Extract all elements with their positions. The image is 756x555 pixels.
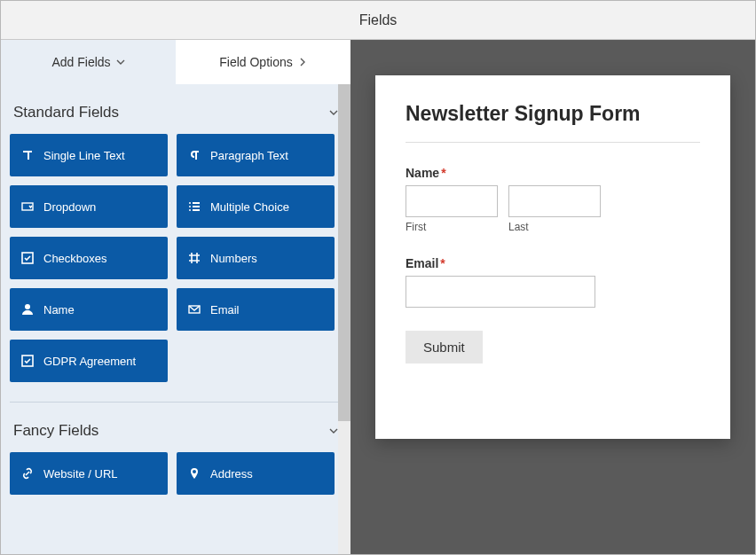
text-icon [20,149,35,161]
field-gdpr-agreement[interactable]: GDPR Agreement [10,340,168,382]
field-label: Paragraph Text [210,149,288,162]
first-name-input[interactable] [406,185,498,217]
field-label: Dropdown [43,200,96,214]
form-heading: Newsletter Signup Form [406,102,700,126]
user-icon [20,303,35,316]
field-label: Address [210,467,253,481]
left-panel: Add Fields Field Options Standard Fields [1,40,350,554]
field-email[interactable]: Email [177,288,335,331]
email-field-group: Email* [406,256,700,308]
pin-icon [187,467,201,480]
hash-icon [187,252,201,264]
submit-button[interactable]: Submit [406,331,483,363]
chevron-down-icon [329,426,338,435]
tab-label: Add Fields [51,55,110,69]
label-text: Email [406,256,438,270]
chevron-down-icon [116,58,125,66]
scrollbar-track[interactable] [338,84,350,554]
field-label: GDPR Agreement [43,355,136,368]
field-numbers[interactable]: Numbers [177,237,335,279]
field-address[interactable]: Address [177,452,335,495]
field-dropdown[interactable]: Dropdown [10,185,168,228]
label-text: Name [406,166,439,180]
field-paragraph-text[interactable]: Paragraph Text [177,134,335,176]
section-title: Standard Fields [13,104,119,121]
field-checkboxes[interactable]: Checkboxes [10,237,168,279]
field-label: Checkboxes [43,252,107,265]
divider [406,142,700,143]
scrollbar-thumb[interactable] [338,84,350,421]
paragraph-icon [187,149,201,161]
svg-rect-2 [193,202,200,204]
name-label: Name* [406,166,700,180]
required-asterisk: * [441,166,445,180]
svg-rect-4 [193,206,200,207]
field-multiple-choice[interactable]: Multiple Choice [177,185,335,228]
section-standard-fields[interactable]: Standard Fields [10,84,342,134]
chevron-down-icon [329,108,338,117]
field-label: Email [210,303,240,317]
tab-add-fields[interactable]: Add Fields [1,40,176,84]
field-label: Website / URL [43,467,118,481]
field-single-line-text[interactable]: Single Line Text [10,134,168,176]
svg-point-1 [189,202,191,204]
preview-area: Newsletter Signup Form Name* First Last [350,40,755,554]
mail-icon [187,303,201,316]
field-label: Numbers [210,252,257,265]
field-name[interactable]: Name [10,288,168,331]
svg-point-3 [189,206,191,207]
svg-point-5 [189,209,191,211]
last-name-input[interactable] [508,185,601,217]
dropdown-icon [20,200,35,213]
field-label: Single Line Text [43,149,125,162]
section-fancy-fields[interactable]: Fancy Fields [10,403,342,452]
svg-point-8 [25,304,30,309]
first-sublabel: First [406,221,498,233]
field-website-url[interactable]: Website / URL [10,452,168,495]
tab-field-options[interactable]: Field Options [176,40,350,84]
field-label: Name [43,303,75,317]
email-input[interactable] [406,276,595,308]
field-label: Multiple Choice [210,200,289,214]
list-icon [187,200,201,213]
form-preview: Newsletter Signup Form Name* First Last [375,75,730,439]
last-sublabel: Last [508,221,601,233]
window-title: Fields [1,1,755,40]
email-label: Email* [406,256,700,270]
link-icon [20,467,35,480]
tab-label: Field Options [219,55,292,69]
check-icon [20,252,35,264]
name-field-group: Name* First Last [406,166,700,233]
required-asterisk: * [440,256,445,270]
svg-rect-6 [193,209,200,211]
chevron-right-icon [298,58,307,66]
check-icon [20,355,35,367]
section-title: Fancy Fields [13,422,98,440]
